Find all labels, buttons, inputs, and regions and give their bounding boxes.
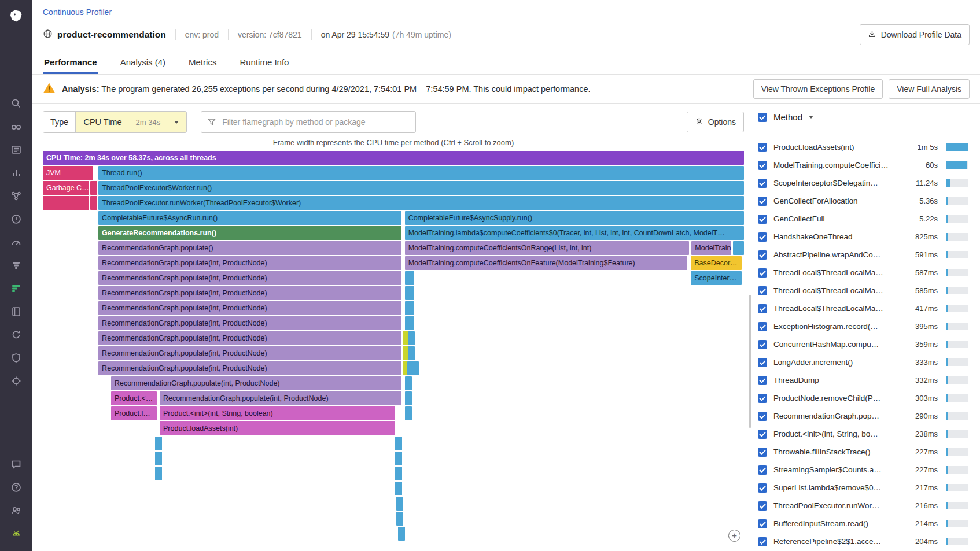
flame-frame[interactable] <box>398 527 405 541</box>
flame-frame[interactable] <box>396 497 403 511</box>
flame-frame[interactable]: Thread.run() <box>98 166 744 180</box>
error-tracking-icon[interactable] <box>5 208 27 230</box>
method-checkbox[interactable] <box>758 161 767 170</box>
flame-frame[interactable] <box>395 437 402 450</box>
flame-frame[interactable] <box>405 391 412 405</box>
synthetics-icon[interactable] <box>5 370 27 392</box>
zoom-reset-button[interactable]: + <box>728 530 740 542</box>
flame-frame[interactable]: RecommendationGraph.populate(int, Produc… <box>98 301 401 315</box>
method-checkbox[interactable] <box>758 197 767 206</box>
method-checkbox[interactable] <box>758 430 767 439</box>
method-checkbox[interactable] <box>758 250 767 260</box>
flame-frame[interactable] <box>43 196 89 210</box>
flame-frame[interactable]: Product.l… <box>111 406 157 420</box>
flame-frame[interactable] <box>405 271 414 285</box>
apm-icon[interactable] <box>5 254 27 276</box>
method-checkbox[interactable] <box>758 519 767 528</box>
chat-icon[interactable] <box>5 453 27 475</box>
method-checkbox[interactable] <box>758 304 767 313</box>
flame-frame[interactable]: RecommendationGraph.populate(int, Produc… <box>98 271 401 285</box>
method-select-all-checkbox[interactable] <box>758 113 767 122</box>
download-profile-button[interactable]: Download Profile Data <box>860 24 970 45</box>
metrics-icon[interactable] <box>5 162 27 184</box>
method-checkbox[interactable] <box>758 215 767 224</box>
method-checkbox[interactable] <box>758 286 767 295</box>
flame-frame[interactable]: Product.<init>(int, String, boolean) <box>160 406 395 420</box>
help-icon[interactable] <box>5 476 27 498</box>
method-checkbox[interactable] <box>758 412 767 421</box>
flame-frame[interactable] <box>405 316 414 330</box>
flame-frame[interactable]: ModelTraining.computeCoefficientsOnRange… <box>405 241 689 255</box>
flame-frame[interactable]: ThreadPoolExecutor.runWorker(ThreadPoolE… <box>98 196 744 210</box>
ci-icon[interactable] <box>5 324 27 346</box>
flame-frame[interactable] <box>155 452 162 465</box>
flame-frame[interactable]: Garbage C… <box>43 181 89 195</box>
search-icon[interactable] <box>5 93 27 114</box>
flame-frame[interactable] <box>408 331 415 345</box>
tab-analysis[interactable]: Analysis (4) <box>119 52 167 74</box>
flame-frame[interactable]: RecommendationGraph.populate(int, Produc… <box>98 331 401 345</box>
view-thrown-exceptions-button[interactable]: View Thrown Exceptions Profile <box>753 79 883 99</box>
flame-frame[interactable] <box>395 482 402 495</box>
flame-frame[interactable]: RecommendationGraph.populate(int, Produc… <box>98 256 401 270</box>
datadog-logo-icon[interactable] <box>5 5 27 27</box>
flame-frame[interactable]: CompletableFuture$AsyncSupply.run() <box>405 211 744 225</box>
method-checkbox[interactable] <box>758 358 767 367</box>
notebooks-icon[interactable] <box>5 301 27 323</box>
profile-type-select[interactable]: Type CPU Time 2m 34s <box>43 111 187 133</box>
logs-icon[interactable] <box>5 139 27 161</box>
chevron-down-icon[interactable] <box>809 116 813 119</box>
flame-frame[interactable]: RecommendationGraph.populate(int, Produc… <box>160 391 401 405</box>
method-checkbox[interactable] <box>758 179 767 188</box>
method-checkbox[interactable] <box>758 340 767 349</box>
flamegraph-filter-input[interactable] <box>201 111 416 133</box>
flame-frame[interactable] <box>405 301 414 315</box>
method-checkbox[interactable] <box>758 376 767 385</box>
flame-frame[interactable]: ThreadPoolExecutor$Worker.run() <box>98 181 744 195</box>
options-button[interactable]: Options <box>687 112 744 132</box>
method-checkbox[interactable] <box>758 268 767 278</box>
profiler-icon[interactable] <box>5 278 27 299</box>
users-icon[interactable] <box>5 500 27 522</box>
flame-frame[interactable]: JVM <box>43 166 93 180</box>
breadcrumb-continuous-profiler[interactable]: Continuous Profiler <box>43 8 112 17</box>
flame-frame[interactable]: RecommendationGraph.populate(int, Produc… <box>111 376 401 390</box>
dashboards-icon[interactable] <box>5 231 27 253</box>
flame-frame[interactable] <box>90 181 97 195</box>
flame-frame[interactable] <box>396 512 403 526</box>
tab-performance[interactable]: Performance <box>43 52 98 74</box>
flame-frame[interactable]: RecommendationGraph.populate(int, Produc… <box>98 346 401 360</box>
flame-frame[interactable]: Product.<… <box>111 391 157 405</box>
flame-frame[interactable] <box>733 241 744 255</box>
flame-frame[interactable]: RecommendationGraph.populate() <box>98 241 401 255</box>
android-icon[interactable] <box>5 523 27 545</box>
flame-frame[interactable] <box>405 376 412 390</box>
tab-metrics[interactable]: Metrics <box>187 52 218 74</box>
flame-frame[interactable] <box>155 437 162 450</box>
flame-frame[interactable] <box>405 286 414 300</box>
flame-frame[interactable] <box>155 467 162 480</box>
flame-frame[interactable]: ModelTrain… <box>691 241 731 255</box>
flame-frame[interactable]: GenerateRecommendations.run() <box>98 226 401 240</box>
flame-frame[interactable]: Product.loadAssets(int) <box>160 421 395 435</box>
method-checkbox[interactable] <box>758 232 767 242</box>
flame-frame[interactable]: ScopeInter… <box>691 271 741 285</box>
method-checkbox[interactable] <box>758 483 767 493</box>
method-checkbox[interactable] <box>758 537 767 546</box>
flamegraph-scrollbar[interactable] <box>749 295 751 428</box>
method-checkbox[interactable] <box>758 143 767 152</box>
flame-frame[interactable]: RecommendationGraph.populate(int, Produc… <box>98 316 401 330</box>
security-icon[interactable] <box>5 347 27 369</box>
flame-frame[interactable]: CPU Time: 2m 34s over 58.37s, across all… <box>43 151 744 165</box>
flame-frame[interactable] <box>408 346 415 360</box>
flame-frame[interactable]: CompletableFuture$AsyncRun.run() <box>98 211 401 225</box>
network-icon[interactable] <box>5 185 27 207</box>
method-checkbox[interactable] <box>758 394 767 403</box>
flame-frame[interactable]: BaseDecor… <box>691 256 741 270</box>
flame-frame[interactable]: RecommendationGraph.populate(int, Produc… <box>98 361 401 375</box>
flame-frame[interactable] <box>412 361 419 375</box>
watchdog-icon[interactable] <box>5 116 27 138</box>
tab-runtime-info[interactable]: Runtime Info <box>238 52 290 74</box>
flame-frame[interactable]: RecommendationGraph.populate(int, Produc… <box>98 286 401 300</box>
view-full-analysis-button[interactable]: View Full Analysis <box>889 79 970 99</box>
